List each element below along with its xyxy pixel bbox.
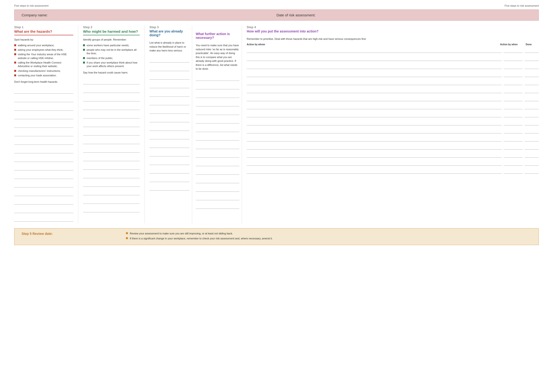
action-by-when-line[interactable]: [504, 63, 523, 69]
done-line[interactable]: [524, 143, 539, 150]
write-line[interactable]: [14, 206, 73, 213]
write-line[interactable]: [83, 86, 140, 93]
write-line[interactable]: [14, 104, 73, 111]
write-line[interactable]: [14, 138, 73, 145]
write-line[interactable]: [83, 129, 140, 136]
write-line[interactable]: [150, 73, 190, 80]
done-line[interactable]: [524, 95, 539, 101]
write-line[interactable]: [150, 133, 190, 139]
done-line[interactable]: [524, 111, 539, 117]
action-by-whom-line[interactable]: [247, 143, 502, 150]
action-by-when-line[interactable]: [504, 87, 523, 93]
action-by-whom-line[interactable]: [247, 55, 502, 61]
write-line[interactable]: [150, 124, 190, 131]
action-by-whom-line[interactable]: [247, 71, 502, 77]
action-by-whom-line[interactable]: [247, 127, 502, 133]
write-line[interactable]: [150, 64, 190, 71]
done-line[interactable]: [524, 47, 539, 53]
action-by-when-line[interactable]: [504, 143, 523, 150]
action-by-whom-line[interactable]: [247, 63, 502, 69]
write-line[interactable]: [83, 197, 140, 204]
write-line[interactable]: [83, 163, 140, 170]
write-line[interactable]: [14, 87, 73, 94]
write-line[interactable]: [196, 91, 239, 98]
write-line[interactable]: [83, 78, 140, 84]
write-line[interactable]: [14, 172, 73, 179]
write-line[interactable]: [14, 198, 73, 204]
write-line[interactable]: [150, 107, 190, 114]
action-by-when-line[interactable]: [504, 135, 523, 141]
write-line[interactable]: [150, 90, 190, 97]
action-by-when-line[interactable]: [504, 55, 523, 61]
write-line[interactable]: [83, 112, 140, 119]
done-line[interactable]: [524, 168, 539, 174]
action-by-when-line[interactable]: [504, 47, 523, 53]
done-line[interactable]: [524, 103, 539, 109]
write-line[interactable]: [14, 215, 73, 222]
write-line[interactable]: [83, 103, 140, 110]
write-line[interactable]: [196, 202, 239, 209]
write-line[interactable]: [150, 98, 190, 105]
action-by-when-line[interactable]: [504, 95, 523, 101]
action-by-when-line[interactable]: [504, 160, 523, 166]
write-line[interactable]: [83, 180, 140, 187]
done-line[interactable]: [524, 119, 539, 125]
write-line[interactable]: [83, 137, 140, 144]
action-by-whom-line[interactable]: [247, 111, 502, 117]
write-line[interactable]: [14, 96, 73, 102]
write-line[interactable]: [14, 155, 73, 162]
write-line[interactable]: [83, 206, 140, 212]
write-line[interactable]: [150, 141, 190, 148]
write-line[interactable]: [196, 142, 239, 149]
action-by-whom-line[interactable]: [247, 87, 502, 93]
write-line[interactable]: [196, 108, 239, 115]
action-by-when-line[interactable]: [504, 111, 523, 117]
write-line[interactable]: [83, 189, 140, 195]
write-line[interactable]: [14, 130, 73, 136]
done-line[interactable]: [524, 160, 539, 166]
action-by-when-line[interactable]: [504, 119, 523, 125]
action-by-whom-line[interactable]: [247, 79, 502, 85]
write-line[interactable]: [196, 125, 239, 132]
write-line[interactable]: [196, 83, 239, 89]
write-line[interactable]: [150, 158, 190, 165]
write-line[interactable]: [150, 56, 190, 63]
action-by-whom-line[interactable]: [247, 151, 502, 158]
done-line[interactable]: [524, 79, 539, 85]
write-line[interactable]: [150, 175, 190, 182]
write-line[interactable]: [196, 117, 239, 124]
write-line[interactable]: [150, 116, 190, 122]
write-line[interactable]: [150, 150, 190, 156]
write-line[interactable]: [196, 151, 239, 158]
write-line[interactable]: [14, 189, 73, 196]
write-line[interactable]: [196, 176, 239, 183]
write-line[interactable]: [83, 146, 140, 153]
action-by-whom-line[interactable]: [247, 119, 502, 125]
action-by-when-line[interactable]: [504, 103, 523, 109]
done-line[interactable]: [524, 71, 539, 77]
write-line[interactable]: [150, 184, 190, 190]
write-line[interactable]: [196, 100, 239, 106]
action-by-when-line[interactable]: [504, 151, 523, 158]
action-by-when-line[interactable]: [504, 127, 523, 133]
action-by-when-line[interactable]: [504, 71, 523, 77]
write-line[interactable]: [14, 181, 73, 188]
action-by-whom-line[interactable]: [247, 168, 502, 174]
action-by-whom-line[interactable]: [247, 103, 502, 109]
write-line[interactable]: [196, 74, 239, 81]
action-by-whom-line[interactable]: [247, 135, 502, 141]
write-line[interactable]: [196, 185, 239, 192]
action-by-when-line[interactable]: [504, 168, 523, 174]
write-line[interactable]: [14, 121, 73, 128]
action-by-whom-line[interactable]: [247, 95, 502, 101]
done-line[interactable]: [524, 63, 539, 69]
action-by-whom-line[interactable]: [247, 160, 502, 166]
write-line[interactable]: [150, 167, 190, 174]
done-line[interactable]: [524, 55, 539, 61]
write-line[interactable]: [83, 95, 140, 101]
write-line[interactable]: [150, 82, 190, 88]
write-line[interactable]: [196, 168, 239, 175]
write-line[interactable]: [83, 172, 140, 178]
write-line[interactable]: [14, 112, 73, 119]
write-line[interactable]: [83, 120, 140, 127]
